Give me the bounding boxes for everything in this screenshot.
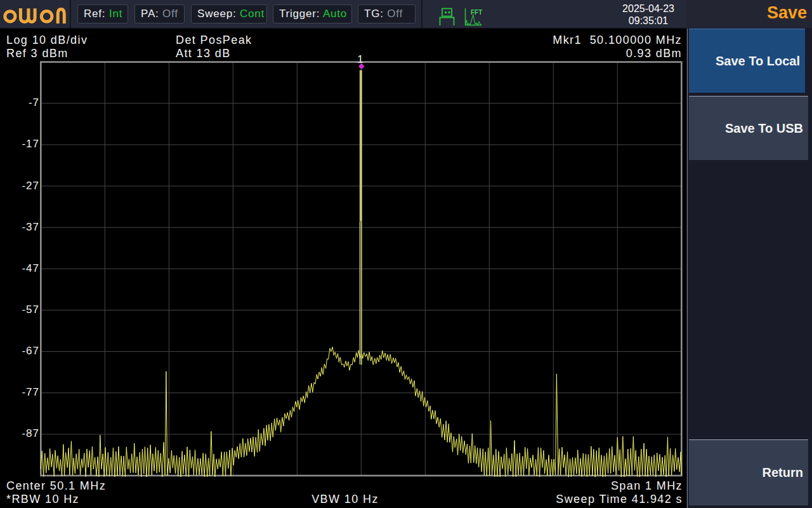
svg-text:FFT: FFT	[471, 9, 482, 16]
